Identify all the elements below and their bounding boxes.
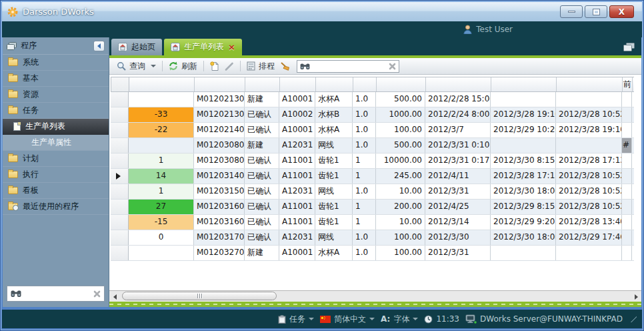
restore-button[interactable] [585, 5, 607, 18]
row-header-cell[interactable] [111, 123, 129, 137]
cell-version[interactable]: 1.0 [353, 246, 376, 260]
cell-schedule-finish[interactable]: 2012/3/30 8:15 [491, 153, 556, 168]
cell-schedule-start[interactable]: 2012/3/28 10:52 [556, 200, 622, 214]
tab[interactable]: 起始页 [111, 39, 162, 55]
cell-expected-finish[interactable]: 2012/3/31 0:10 [425, 138, 491, 153]
cell-item-name[interactable]: 网线 [315, 184, 353, 199]
cell-status[interactable]: 新建 [245, 138, 279, 153]
cell-order-no[interactable]: M012031501 [194, 184, 245, 199]
cell-quantity[interactable]: 1000.00 [376, 107, 425, 122]
toolbar-search-input[interactable] [313, 61, 386, 71]
edit-button[interactable] [222, 60, 237, 72]
cell-partial-column[interactable] [622, 169, 632, 184]
cell-schedule-start[interactable]: 2012/3/28 13:40 [556, 215, 622, 230]
cell-order-no[interactable]: M012031602 [194, 215, 245, 230]
cell-schedule-start[interactable]: 2012/3/28 10:52 [556, 107, 622, 122]
sidebar-item[interactable]: 最近使用的程序 [3, 199, 109, 215]
column-header[interactable] [557, 77, 623, 91]
cell-item-no[interactable]: A10001 [279, 123, 315, 137]
cell-quantity[interactable]: 10.00 [376, 215, 425, 230]
column-header[interactable] [377, 77, 426, 91]
cell-partial-column[interactable] [622, 215, 632, 230]
row-header-cell[interactable] [111, 138, 129, 153]
cell-status[interactable]: 已确认 [245, 153, 279, 168]
cell-schedule-finish[interactable] [491, 138, 556, 153]
cell-item-no[interactable]: A11001 [279, 153, 315, 168]
table-row[interactable]: M012032701 新建 A10001 水杯A 1.0 100.00 2012… [111, 246, 634, 261]
table-row[interactable]: 0 M012031701 已确认 A12031 网线 1.0 100.00 20… [111, 230, 634, 246]
sidebar-item[interactable]: 任务 [3, 103, 109, 119]
cell-status[interactable]: 已确认 [245, 215, 279, 230]
cell-item-no[interactable]: A10001 [279, 246, 315, 260]
cell-schedule-finish[interactable] [491, 246, 556, 260]
close-button[interactable]: X [609, 5, 634, 18]
cell-schedule-finish[interactable]: 2012/3/28 19:10 [491, 107, 556, 122]
cell-item-name[interactable]: 水杯A [315, 246, 353, 260]
cell-expected-finish[interactable]: 2012/4/25 [425, 200, 491, 214]
tab[interactable]: 生产单列表 × [164, 39, 242, 55]
cell-item-no[interactable]: A10001 [279, 92, 315, 107]
cell-quantity[interactable]: 10.00 [376, 184, 425, 199]
sidebar-item[interactable]: 生产单列表 [3, 119, 109, 135]
cell-order-no[interactable]: M012031402 [194, 169, 245, 184]
sidebar-item[interactable]: 计划 [3, 151, 109, 167]
sidebar-item[interactable]: 资源 [3, 87, 109, 103]
scroll-left-button[interactable] [109, 292, 120, 302]
cell-item-no[interactable]: A12031 [279, 184, 315, 199]
cell-expected-finish[interactable]: 2012/3/31 [425, 184, 491, 199]
cell-partial-column[interactable] [622, 153, 632, 168]
cell-schedule-finish[interactable]: 2012/3/28 17:13 [491, 169, 556, 184]
table-row[interactable]: 14 M012031402 已确认 A11001 齿轮1 1 245.00 20… [111, 169, 634, 184]
column-header[interactable] [426, 77, 491, 91]
column-header[interactable] [316, 77, 353, 91]
cell-order-no[interactable]: M012021401 [194, 123, 245, 137]
cell-schedule-finish[interactable]: 2012/3/29 10:20 [491, 123, 556, 137]
column-header[interactable] [245, 77, 280, 91]
new-button[interactable] [207, 60, 222, 72]
clean-button[interactable] [277, 60, 293, 72]
row-header-cell[interactable] [111, 215, 129, 230]
row-header-cell[interactable] [111, 169, 129, 184]
cell-schedule-start[interactable]: 2012/3/28 19:10 [556, 123, 622, 137]
cell-quantity[interactable]: 245.00 [376, 169, 425, 184]
cell-partial-column[interactable] [622, 123, 632, 137]
query-button[interactable]: 查询 [114, 59, 159, 73]
cell-schedule-start[interactable]: 2012/3/28 10:52 [556, 169, 622, 184]
cell-item-no[interactable]: A11001 [279, 215, 315, 230]
cell-partial-column[interactable] [622, 246, 632, 260]
cell-schedule-start[interactable] [556, 246, 622, 260]
cell-quantity[interactable]: 500.00 [376, 138, 425, 153]
cell-version[interactable]: 1 [353, 153, 376, 168]
sidebar-item[interactable]: 系统 [3, 55, 109, 71]
scrollbar-thumb[interactable] [122, 292, 277, 300]
window-list-icon[interactable] [623, 43, 635, 51]
cell-status[interactable]: 已确认 [245, 230, 279, 245]
cell-expected-finish[interactable]: 2012/3/14 [425, 215, 491, 230]
row-header-cell[interactable] [111, 230, 129, 245]
cell-schedule-start[interactable]: 2012/3/28 10:52 [556, 184, 622, 199]
cell-schedule-finish[interactable]: 2012/3/29 8:15 [491, 200, 556, 214]
cell-quantity[interactable]: 100.00 [376, 246, 425, 260]
cell-plan-diff-days[interactable]: 14 [129, 169, 194, 184]
row-header-cell[interactable] [111, 246, 129, 260]
cell-status[interactable]: 新建 [245, 92, 279, 107]
tab-close-icon[interactable]: × [228, 43, 235, 51]
cell-item-no[interactable]: A12031 [279, 230, 315, 245]
table-row[interactable]: M012021301 新建 A10001 水杯A 1.0 500.00 2012… [111, 92, 634, 107]
cell-item-no[interactable]: A11001 [279, 169, 315, 184]
clear-search-icon[interactable] [389, 63, 396, 70]
cell-version[interactable]: 1.0 [353, 92, 376, 107]
table-row[interactable]: -33 M012021302 已确认 A10002 水杯B 1.0 1000.0… [111, 107, 634, 123]
table-row[interactable]: 27 M012031601 已确认 A11001 齿轮1 1 200.00 20… [111, 200, 634, 215]
cell-item-name[interactable]: 网线 [315, 230, 353, 245]
column-header[interactable] [491, 77, 557, 91]
cell-partial-column[interactable] [622, 230, 632, 245]
cell-version[interactable]: 1.0 [353, 184, 376, 199]
font-menu[interactable]: A: 字体 [381, 314, 418, 325]
cell-version[interactable]: 1.0 [353, 230, 376, 245]
column-header[interactable] [195, 77, 245, 91]
sidebar-item[interactable]: 看板 [3, 183, 109, 199]
table-row[interactable]: 1 M012031501 已确认 A12031 网线 1.0 10.00 201… [111, 184, 634, 200]
title-bar[interactable]: Darsson DWorks X [2, 2, 642, 21]
cell-schedule-finish[interactable]: 2012/3/30 18:00 [491, 184, 556, 199]
